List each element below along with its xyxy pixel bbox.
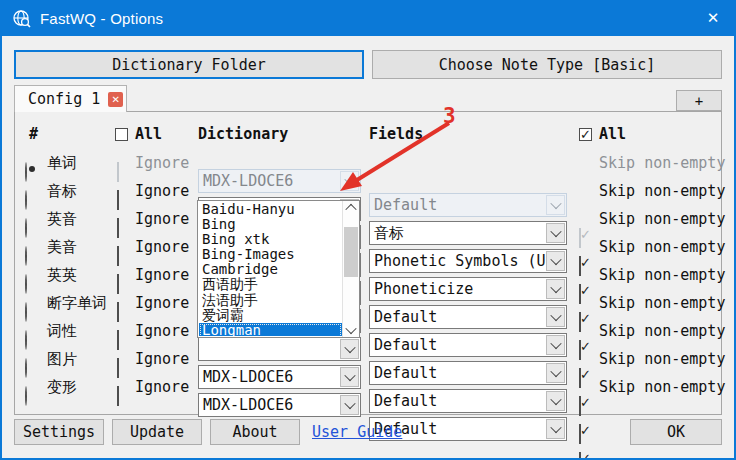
fastwq-options-dialog: FastWQ - Options ✕ Dictionary Folder Cho… (0, 0, 736, 460)
choose-note-type-button[interactable]: Choose Note Type [Basic] (372, 50, 722, 79)
skip-checkbox[interactable] (579, 452, 581, 460)
ignore-label: Ignore (135, 238, 189, 256)
chevron-down-icon (546, 419, 565, 439)
dropdown-item[interactable]: Bing (199, 217, 342, 232)
skip-label: Skip non-empty (599, 378, 725, 396)
update-button[interactable]: Update (112, 419, 202, 445)
skip-label: Skip non-empty (599, 238, 725, 256)
ok-button[interactable]: OK (630, 419, 722, 445)
table-row: 图片 Ignore MDX-LDOCE6 Default Skip non-em… (15, 345, 721, 373)
annotation-number: 3 (443, 104, 456, 128)
skip-label: Skip non-empty (599, 182, 725, 200)
table-row: 英英 Ignore Default Skip non-empty (15, 261, 721, 289)
table-row: 断字单词 Ignore Default Skip non-empty (15, 289, 721, 317)
all-ignore-checkbox[interactable] (115, 128, 128, 141)
row-label: 英英 (47, 266, 77, 285)
dropdown-item[interactable]: 爱词霸 (199, 308, 342, 323)
table-row: 变形 Ignore MDX-LDOCE6 Default Skip non-em… (15, 373, 721, 401)
user-guide-link[interactable]: User Guide (312, 423, 402, 441)
row-label: 单词 (47, 154, 77, 173)
skip-label: Skip non-empty (599, 154, 725, 172)
ignore-label: Ignore (135, 350, 189, 368)
dropdown-item[interactable]: Cambridge (199, 262, 342, 277)
row-label: 英音 (47, 210, 77, 229)
add-tab-button[interactable]: + (676, 90, 722, 111)
close-icon[interactable]: ✕ (690, 0, 736, 36)
ignore-label: Ignore (135, 210, 189, 228)
dropdown-item[interactable]: 西语助手 (199, 277, 342, 292)
ignore-label: Ignore (135, 266, 189, 284)
dictionary-folder-button[interactable]: Dictionary Folder (14, 50, 364, 79)
ignore-checkbox[interactable] (117, 386, 119, 406)
column-header-fields: Fields (369, 125, 423, 143)
settings-button[interactable]: Settings (14, 419, 104, 445)
row-label: 美音 (47, 238, 77, 257)
tab-config-1[interactable]: Config 1 ✕ (14, 85, 127, 112)
dropdown-item[interactable]: Baidu-Hanyu (199, 202, 342, 217)
column-header-hash: # (29, 125, 38, 143)
row-label: 图片 (47, 350, 77, 369)
table-row: 音标 Ignore Longman 音标 Skip non-empty (15, 177, 721, 205)
scroll-up-icon[interactable] (345, 204, 356, 215)
all-skip-checkbox[interactable] (579, 128, 592, 141)
ignore-label: Ignore (135, 294, 189, 312)
table-row: 词性 Ignore Default Skip non-empty (15, 317, 721, 345)
row-label: 断字单词 (47, 294, 107, 313)
dropdown-item[interactable]: 法语助手 (199, 293, 342, 308)
title-bar: FastWQ - Options ✕ (0, 0, 736, 36)
scroll-down-icon[interactable] (345, 323, 356, 334)
table-row: 美音 Ignore Phoneticize Skip non-empty (15, 233, 721, 261)
row-label: 变形 (47, 378, 77, 397)
scrollbar-thumb[interactable] (344, 227, 358, 277)
ignore-label: Ignore (135, 322, 189, 340)
table-row: 单词 Ignore MDX-LDOCE6 Default Skip non-em… (15, 149, 721, 177)
skip-label: Skip non-empty (599, 294, 725, 312)
skip-label: Skip non-empty (599, 350, 725, 368)
dropdown-item[interactable]: Bing-Images (199, 247, 342, 262)
skip-label: Skip non-empty (599, 210, 725, 228)
tab-label: Config 1 (28, 90, 100, 108)
tab-close-icon[interactable]: ✕ (108, 92, 123, 107)
table-row: 英音 Ignore Phonetic Symbols (US) Skip non… (15, 205, 721, 233)
column-header-all-right: All (579, 125, 626, 143)
dropdown-item-selected[interactable]: Longman (199, 323, 342, 336)
dictionary-select[interactable]: MDX-LDOCE6 (198, 393, 361, 417)
ignore-label: Ignore (135, 182, 189, 200)
skip-label: Skip non-empty (599, 322, 725, 340)
skip-label: Skip non-empty (599, 266, 725, 284)
inflection-radio[interactable] (25, 386, 27, 406)
column-header-all-left: All (115, 125, 162, 143)
app-globe-icon (12, 9, 31, 28)
ignore-label: Ignore (135, 154, 189, 172)
dropdown-item[interactable]: Bing xtk (199, 232, 342, 247)
window-title: FastWQ - Options (40, 10, 163, 27)
about-button[interactable]: About (210, 419, 300, 445)
column-header-dictionary: Dictionary (198, 125, 288, 143)
ignore-label: Ignore (135, 378, 189, 396)
config-panel: # All Dictionary Fields All 单词 Ignore MD… (14, 111, 722, 415)
dictionary-dropdown-list: Baidu-Hanyu Bing Bing xtk Bing-Images Ca… (197, 200, 360, 338)
row-label: 词性 (47, 322, 77, 341)
dropdown-scrollbar[interactable] (342, 201, 359, 337)
chevron-down-icon (340, 395, 359, 415)
row-label: 音标 (47, 182, 77, 201)
